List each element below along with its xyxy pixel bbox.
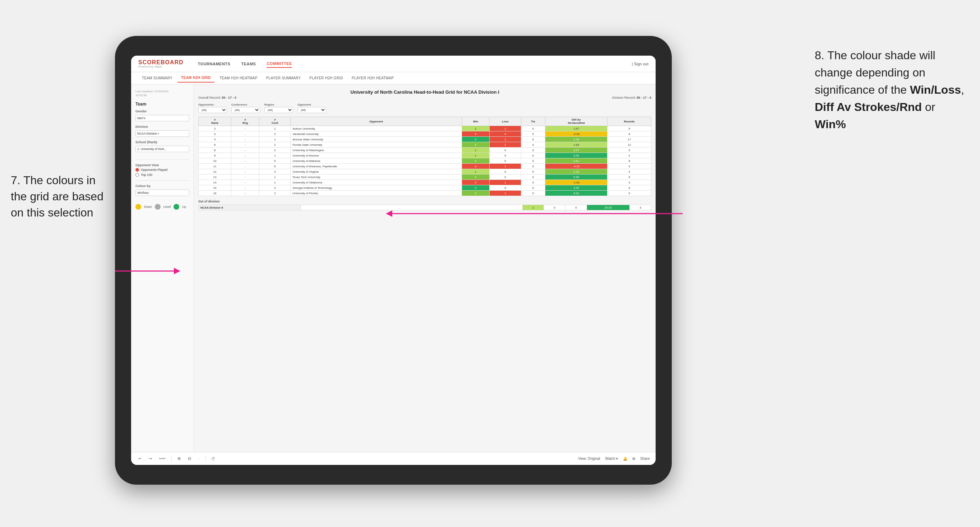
school-select[interactable]: 1. University of Nort... bbox=[135, 146, 189, 152]
gender-label: Gender bbox=[135, 110, 189, 113]
zoom-out-button[interactable]: ⊟ bbox=[186, 456, 192, 462]
col-rank: #Rank bbox=[199, 117, 231, 126]
table-row: 15-4Georgia Institute of Technology5004.… bbox=[199, 185, 651, 190]
legend-down-dot bbox=[135, 204, 141, 210]
share-button[interactable]: Share bbox=[640, 457, 650, 460]
logo-title: SCOREBOARD bbox=[138, 60, 184, 65]
redo-button[interactable]: ↪ bbox=[147, 456, 153, 462]
grid-subtitle: Overall Record: 89 - 17 - 0 Division Rec… bbox=[198, 96, 651, 100]
h2h-grid-table: #Rank #Reg #Conf Opponent Win Loss Tie D… bbox=[198, 117, 651, 196]
division-record-label: Division Record: 88 - 17 - 0 bbox=[612, 96, 651, 100]
table-row: 2-1Auburn University2101.679 bbox=[199, 126, 651, 132]
table-row: 10-5University of Alabama3002.618 bbox=[199, 158, 651, 164]
sidebar-team-section: Team bbox=[135, 102, 189, 106]
sidebar: Last Updated: 27/03/2024 16:55:38 Team G… bbox=[131, 84, 194, 452]
col-conf: #Conf bbox=[259, 117, 291, 126]
filter-region: Region (All) bbox=[264, 103, 293, 113]
col-diff: Diff AvStrokes/Rnd bbox=[545, 117, 607, 126]
toolbar-sep-2 bbox=[205, 456, 205, 462]
col-loss: Loss bbox=[489, 117, 521, 126]
app-header: SCOREBOARD Powered by clippd TOURNAMENTS… bbox=[131, 56, 655, 72]
divider-2 bbox=[135, 180, 189, 181]
tab-team-summary[interactable]: TEAM SUMMARY bbox=[138, 74, 176, 82]
timer-button[interactable]: ⏱ bbox=[210, 456, 216, 462]
opponents-filter-select[interactable]: (All) bbox=[198, 107, 227, 113]
logo-subtitle: Powered by clippd bbox=[138, 65, 184, 68]
grid-title: University of North Carolina Head-to-Hea… bbox=[198, 89, 651, 95]
filter-opponent: Opponent (All) bbox=[298, 103, 326, 113]
radio-opponents-played[interactable]: Opponents Played bbox=[135, 168, 189, 171]
tab-team-h2h-heatmap[interactable]: TEAM H2H HEATMAP bbox=[216, 74, 261, 82]
sub-nav: TEAM SUMMARY TEAM H2H GRID TEAM H2H HEAT… bbox=[131, 72, 655, 84]
school-label: School (Rank) bbox=[135, 140, 189, 144]
undo-button[interactable]: ↩ bbox=[137, 456, 143, 462]
table-row: 11-6University of Arkansas, Fayetteville… bbox=[199, 164, 651, 169]
undo-all-button[interactable]: ↩↩ bbox=[158, 456, 167, 462]
nav-committee[interactable]: COMMITTEE bbox=[267, 60, 292, 68]
dot-button[interactable]: · bbox=[197, 456, 201, 462]
col-rounds: Rounds bbox=[608, 117, 651, 126]
timestamp: Last Updated: 27/03/2024 16:55:38 bbox=[135, 89, 189, 97]
filter-opponents: Opponents: (All) bbox=[198, 103, 227, 113]
ipad-screen: SCOREBOARD Powered by clippd TOURNAMENTS… bbox=[131, 56, 655, 465]
gender-select[interactable]: Men's bbox=[135, 115, 189, 121]
table-row: 16-2University of Florida3106.629 bbox=[199, 190, 651, 196]
division-select[interactable]: NCAA Division I bbox=[135, 130, 189, 137]
table-row: 12-3University of Virginia1002.333 bbox=[199, 169, 651, 175]
col-tie: Tie bbox=[521, 117, 545, 126]
view-label: View: Original bbox=[578, 457, 600, 460]
toolbar-label-area: View: Original Watch ▾ 🔔 ⊞ Share bbox=[578, 457, 650, 460]
out-of-division-label: Out of division bbox=[198, 200, 651, 203]
toolbar-icon-2[interactable]: ⊞ bbox=[632, 457, 635, 460]
nav-tournaments[interactable]: TOURNAMENTS bbox=[198, 60, 231, 67]
legend-down-label: Down bbox=[144, 205, 152, 209]
radio-top100-circle bbox=[135, 173, 139, 177]
radio-top100[interactable]: Top 100 bbox=[135, 173, 189, 177]
nav-teams[interactable]: TEAMS bbox=[241, 60, 256, 67]
out-of-division-table: NCAA Division II 1 0 0 26.00 3 bbox=[198, 205, 651, 210]
watch-button[interactable]: Watch ▾ bbox=[605, 457, 618, 460]
division-label: Division bbox=[135, 125, 189, 129]
table-row: 3-2Vanderbilt University040-2.298 bbox=[199, 132, 651, 137]
sign-out-button[interactable]: | Sign out bbox=[632, 62, 648, 66]
tab-team-h2h-grid[interactable]: TEAM H2H GRID bbox=[177, 74, 215, 83]
annotation-right: 8. The colour shade will change dependin… bbox=[815, 47, 969, 133]
opponent-view-label: Opponent View bbox=[135, 163, 189, 167]
legend-up-label: Up bbox=[182, 205, 186, 209]
radio-opponents-played-circle bbox=[135, 168, 139, 171]
tab-player-h2h-heatmap[interactable]: PLAYER H2H HEATMAP bbox=[348, 74, 397, 82]
ipad-device: SCOREBOARD Powered by clippd TOURNAMENTS… bbox=[115, 36, 672, 485]
opponent-view-radio-group: Opponents Played Top 100 bbox=[135, 168, 189, 177]
table-row: 14-1University of Oklahoma010-1.003 bbox=[199, 180, 651, 185]
table-row: 4-1Arizona State University5102.2817 bbox=[199, 137, 651, 142]
table-row: NCAA Division II 1 0 0 26.00 3 bbox=[199, 205, 651, 210]
colour-by-label: Colour by bbox=[135, 184, 189, 188]
filter-conference: Conference (All) bbox=[231, 103, 260, 113]
opponents-filter-label: Opponents: bbox=[198, 103, 227, 106]
legend-level-dot bbox=[155, 204, 161, 210]
opponent-filter-select[interactable]: (All) bbox=[298, 107, 326, 113]
table-row: 6-2Florida State University4201.8312 bbox=[199, 142, 651, 148]
toolbar-sep-1 bbox=[171, 456, 172, 462]
zoom-in-button[interactable]: ⊞ bbox=[176, 456, 182, 462]
toolbar-icon-1[interactable]: 🔔 bbox=[623, 457, 627, 460]
legend-row: Down Level Up bbox=[135, 204, 189, 210]
colour-by-select[interactable]: Win/loss bbox=[135, 190, 189, 196]
overall-record-label: Overall Record: 89 - 17 - 0 bbox=[198, 96, 236, 100]
tab-player-h2h-grid[interactable]: PLAYER H2H GRID bbox=[306, 74, 347, 82]
conference-filter-select[interactable]: (All) bbox=[231, 107, 260, 113]
table-row: 8-2University of Washington1003.673 bbox=[199, 148, 651, 153]
table-row: 9-1University of Arizona1009.002 bbox=[199, 153, 651, 158]
grid-area: University of North Carolina Head-to-Hea… bbox=[194, 84, 655, 452]
col-reg: #Reg bbox=[231, 117, 259, 126]
tab-player-summary[interactable]: PLAYER SUMMARY bbox=[262, 74, 305, 82]
filters-row: Opponents: (All) Conference (All) Region bbox=[198, 103, 651, 113]
region-filter-label: Region bbox=[264, 103, 293, 106]
col-opponent: Opponent bbox=[291, 117, 462, 126]
table-row: 13-1Texas Tech University3005.569 bbox=[199, 175, 651, 180]
legend-up-dot bbox=[173, 204, 179, 210]
col-win: Win bbox=[462, 117, 489, 126]
region-filter-select[interactable]: (All) bbox=[264, 107, 293, 113]
conference-filter-label: Conference bbox=[231, 103, 260, 106]
annotation-left: 7. The colours in the grid are based on … bbox=[11, 172, 111, 221]
